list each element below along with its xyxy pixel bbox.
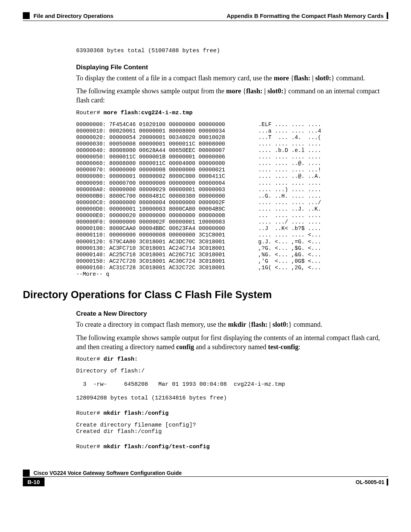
footer-doc-title: Cisco VG224 Voice Gateway Software Confi… (33, 470, 182, 476)
dir-config: config (176, 343, 194, 351)
text: { (241, 87, 246, 95)
prompt: Router# (76, 110, 104, 116)
hexdump-output: 00000000: 7F454C46 01020100 00000000 000… (76, 121, 384, 278)
bytes-summary: 63930368 bytes total (51007488 bytes fre… (76, 48, 384, 54)
header-appendix: Appendix B Formatting the Compact Flash … (226, 13, 384, 19)
create-dir-heading: Create a New Directory (76, 310, 384, 318)
text: and a subdirectory named (194, 343, 268, 351)
router-mkdir-cmd1: Router# mkdir flash:/config (76, 410, 384, 417)
dir-output: Directory of flash:/ 3 -rw- 6458208 Mar … (76, 368, 384, 401)
text: } command. (288, 321, 322, 328)
page-number: B-10 (23, 478, 45, 486)
mkdir-output: Create directory filename [config]? Crea… (76, 422, 384, 435)
text: : (298, 343, 300, 351)
footer-rule (23, 476, 388, 477)
text: { (289, 74, 294, 82)
cmd-target: flash: | slot0: (246, 87, 284, 95)
text: } command. (331, 74, 365, 82)
cmd-target: flash: | slot0: (294, 74, 331, 82)
header-bar-icon (387, 12, 388, 19)
prompt: Router# (76, 410, 104, 417)
doc-id: OL-5005-01 (356, 479, 384, 485)
footer-bar-icon (387, 479, 388, 486)
footer-marker-icon (23, 470, 30, 476)
prompt: Router# (76, 444, 104, 450)
router-more-cmd: Router# more flash:cvg224-i-mz.tmp (76, 110, 384, 116)
page-header: File and Directory Operations Appendix B… (23, 12, 388, 19)
page-footer: Cisco VG224 Voice Gateway Software Confi… (23, 470, 388, 486)
dir-test-config: test-config (268, 343, 298, 351)
text: To create a directory in compact flash m… (76, 321, 228, 328)
cmd-mkdir: mkdir (228, 321, 246, 328)
header-section: File and Directory Operations (33, 13, 113, 19)
display-para2: The following example shows sample outpu… (76, 86, 384, 105)
command: more flash:cvg224-i-mz.tmp (104, 110, 193, 116)
command: mkdir flash:/config/test-config (104, 444, 210, 450)
header-rule (23, 21, 388, 21)
router-dir-cmd: Router# dir flash: (76, 356, 384, 363)
cmd-more: more (274, 74, 289, 82)
text: { (246, 321, 251, 328)
mkdir-para2: The following example shows sample outpu… (76, 333, 384, 352)
dir-ops-title: Directory Operations for Class C Flash F… (23, 289, 384, 301)
command: mkdir flash:/config (104, 410, 169, 417)
prompt: Router# (76, 356, 104, 363)
mkdir-para1: To create a directory in compact flash m… (76, 320, 384, 329)
command: dir flash: (104, 356, 138, 363)
display-para1: To display the content of a file in a co… (76, 73, 384, 83)
header-marker-icon (23, 12, 30, 19)
cmd-more: more (226, 87, 241, 95)
text: To display the content of a file in a co… (76, 74, 274, 82)
router-mkdir-cmd2: Router# mkdir flash:/config/test-config (76, 444, 384, 450)
cmd-target: flash: | slot0: (251, 321, 288, 328)
text: The following example shows sample outpu… (76, 87, 226, 95)
displaying-file-heading: Displaying File Content (76, 64, 384, 71)
